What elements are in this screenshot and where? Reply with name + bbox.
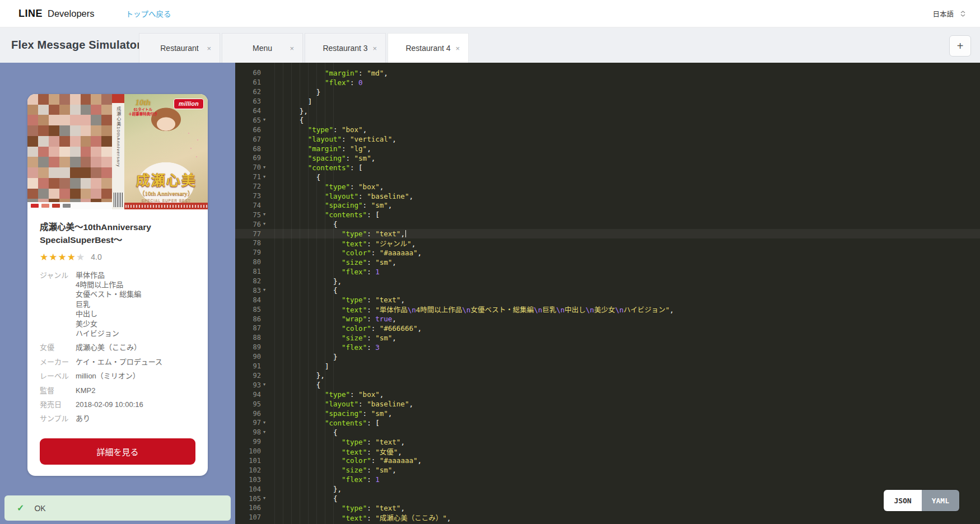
code-line: 93▼{ bbox=[235, 380, 980, 390]
code-text: "layout": "vertical", bbox=[268, 135, 396, 143]
language-chevron-icon[interactable] bbox=[960, 11, 965, 17]
code-text: "color": "#aaaaaa", bbox=[268, 456, 422, 465]
tab-restaurant-4[interactable]: Restaurant 4× bbox=[388, 33, 469, 63]
code-text: } bbox=[268, 353, 337, 361]
flex-message-card: 成瀬心美10thAnniversary million 10th 61タイトル＋… bbox=[27, 94, 208, 476]
fold-arrow-icon[interactable]: ▼ bbox=[261, 421, 268, 425]
code-text: "type": "text", bbox=[268, 230, 406, 238]
tab-restaurant[interactable]: Restaurant× bbox=[139, 33, 220, 63]
detail-label: レーベル bbox=[40, 371, 76, 381]
code-text: "margin": "md", bbox=[268, 69, 388, 77]
detail-row: メーカーケイ・エム・プロデュース bbox=[40, 357, 195, 367]
code-line: 103"flex": 1 bbox=[235, 475, 980, 484]
code-text: "size": "sm", bbox=[268, 258, 396, 266]
line-number: 70 bbox=[235, 163, 261, 171]
code-line: 85"text": "単体作品\n4時間以上作品\n女優ベスト・総集編\n巨乳\… bbox=[235, 305, 980, 314]
tab-close-icon[interactable]: × bbox=[372, 45, 377, 52]
tab-menu[interactable]: Menu× bbox=[222, 33, 303, 63]
line-number: 86 bbox=[235, 315, 261, 323]
line-number: 83 bbox=[235, 287, 261, 294]
back-to-top-link[interactable]: トップへ戻る bbox=[125, 8, 171, 19]
code-text: "text": "ジャンル", bbox=[268, 238, 416, 249]
tab-restaurant-3[interactable]: Restaurant 3× bbox=[305, 33, 386, 63]
code-line: 71▼{ bbox=[235, 172, 980, 182]
line-logo: LINE bbox=[18, 8, 43, 20]
fold-arrow-icon[interactable]: ▼ bbox=[261, 213, 268, 217]
line-number: 91 bbox=[235, 362, 261, 370]
star-icon: ★ bbox=[76, 252, 85, 262]
tab-close-icon[interactable]: × bbox=[290, 45, 294, 52]
see-details-button[interactable]: 詳細を見る bbox=[40, 438, 195, 465]
code-text: "size": "sm", bbox=[268, 466, 396, 474]
fold-arrow-icon[interactable]: ▼ bbox=[261, 383, 268, 387]
line-number: 80 bbox=[235, 258, 261, 266]
detail-values: million（ミリオン） bbox=[76, 371, 140, 381]
line-number: 85 bbox=[235, 306, 261, 314]
json-toggle-button[interactable]: JSON bbox=[884, 490, 921, 511]
detail-value: 4時間以上作品 bbox=[76, 280, 141, 289]
line-number: 60 bbox=[235, 69, 261, 77]
line-number: 103 bbox=[235, 476, 261, 484]
code-text: "layout": "baseline", bbox=[268, 192, 413, 200]
code-text: "wrap": true, bbox=[268, 315, 396, 323]
cover-spine: 成瀬心美10thAnniversary bbox=[112, 94, 124, 209]
code-line: 99"type": "text", bbox=[235, 437, 980, 447]
code-text: { bbox=[268, 428, 337, 437]
fold-arrow-icon[interactable]: ▼ bbox=[261, 166, 268, 170]
fold-arrow-icon[interactable]: ▼ bbox=[261, 431, 268, 434]
code-text: "color": "#666666", bbox=[268, 324, 422, 333]
detail-value: 美少女 bbox=[76, 319, 141, 329]
line-number: 69 bbox=[235, 154, 261, 162]
add-tab-button[interactable]: + bbox=[949, 35, 971, 57]
code-line: 86"wrap": true, bbox=[235, 314, 980, 324]
tab-close-icon[interactable]: × bbox=[455, 45, 460, 52]
line-number: 90 bbox=[235, 353, 261, 361]
detail-row: レーベルmillion（ミリオン） bbox=[40, 371, 195, 381]
million-label-badge: million bbox=[174, 99, 204, 109]
line-number: 104 bbox=[235, 485, 261, 493]
code-text: ] bbox=[268, 362, 329, 371]
line-number: 76 bbox=[235, 221, 261, 228]
tab-close-icon[interactable]: × bbox=[207, 45, 211, 52]
code-text: "flex": 1 bbox=[268, 475, 380, 484]
code-line: 72"type": "box", bbox=[235, 182, 980, 191]
code-text: { bbox=[268, 286, 337, 294]
fold-arrow-icon[interactable]: ▼ bbox=[261, 118, 268, 122]
language-selector[interactable]: 日本語 bbox=[932, 8, 954, 19]
cover-publisher-strip bbox=[27, 202, 112, 209]
yaml-toggle-button[interactable]: YAML bbox=[922, 490, 959, 511]
code-text: "spacing": "sm", bbox=[268, 409, 392, 418]
code-line: 69"spacing": "sm", bbox=[235, 153, 980, 163]
line-number: 68 bbox=[235, 145, 261, 153]
line-number: 98 bbox=[235, 428, 261, 436]
fold-arrow-icon[interactable]: ▼ bbox=[261, 222, 268, 226]
code-line: 66"type": "box", bbox=[235, 125, 980, 134]
line-number: 71 bbox=[235, 173, 261, 181]
code-text: "flex": 3 bbox=[268, 343, 380, 352]
hero-image: 成瀬心美10thAnniversary million 10th 61タイトル＋… bbox=[27, 94, 208, 209]
fold-arrow-icon[interactable]: ▼ bbox=[261, 497, 268, 500]
fold-arrow-icon[interactable]: ▼ bbox=[261, 175, 268, 179]
star-icon: ★ bbox=[40, 252, 49, 262]
code-lines[interactable]: 60"margin": "md",61"flex": 062}63]64},65… bbox=[235, 63, 980, 524]
code-line: 62} bbox=[235, 87, 980, 97]
code-line: 91] bbox=[235, 362, 980, 371]
detail-label: サンプル bbox=[40, 414, 76, 423]
cover-mosaic-image bbox=[27, 94, 112, 209]
code-line: 70▼"contents": [ bbox=[235, 163, 980, 172]
text-cursor bbox=[405, 230, 407, 237]
fold-arrow-icon[interactable]: ▼ bbox=[261, 288, 268, 292]
line-number: 102 bbox=[235, 466, 261, 474]
line-number: 88 bbox=[235, 334, 261, 341]
validation-status-bar: ✓ OK bbox=[4, 495, 231, 521]
line-number: 62 bbox=[235, 88, 261, 96]
code-line: 94"type": "box", bbox=[235, 390, 980, 399]
json-code-editor[interactable]: 60"margin": "md",61"flex": 062}63]64},65… bbox=[235, 63, 980, 524]
code-line: 101"color": "#aaaaaa", bbox=[235, 456, 980, 466]
code-line: 68"margin": "lg", bbox=[235, 144, 980, 153]
line-number: 79 bbox=[235, 249, 261, 256]
detail-label: メーカー bbox=[40, 357, 76, 367]
code-text: "text": "女優", bbox=[268, 446, 402, 457]
code-text: "spacing": "sm", bbox=[268, 154, 375, 162]
line-number: 89 bbox=[235, 343, 261, 351]
